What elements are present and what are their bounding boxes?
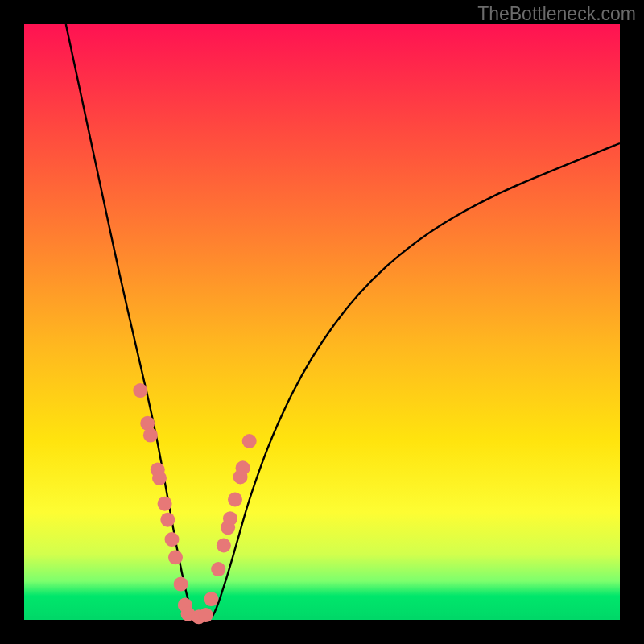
bottleneck-curve [66, 24, 620, 620]
sample-dot [242, 434, 257, 448]
sample-dot [217, 539, 231, 553]
chart-frame: TheBottleneck.com [0, 0, 644, 644]
sample-dot [160, 513, 175, 527]
sample-dot [165, 532, 180, 547]
sample-dots-group [133, 383, 256, 624]
watermark-text: TheBottleneck.com [477, 3, 636, 25]
sample-dot [199, 608, 213, 622]
plot-area [24, 24, 620, 620]
sample-dot [133, 383, 147, 398]
sample-dot [204, 592, 218, 606]
sample-dot [228, 493, 242, 507]
sample-dot [223, 511, 237, 526]
sample-dot [174, 577, 188, 592]
curve-layer [24, 24, 620, 620]
sample-dot [158, 497, 172, 511]
sample-dot [152, 471, 167, 485]
sample-dot [143, 428, 158, 443]
sample-dot [211, 562, 225, 576]
sample-dot [168, 550, 183, 564]
sample-dot [236, 460, 250, 475]
